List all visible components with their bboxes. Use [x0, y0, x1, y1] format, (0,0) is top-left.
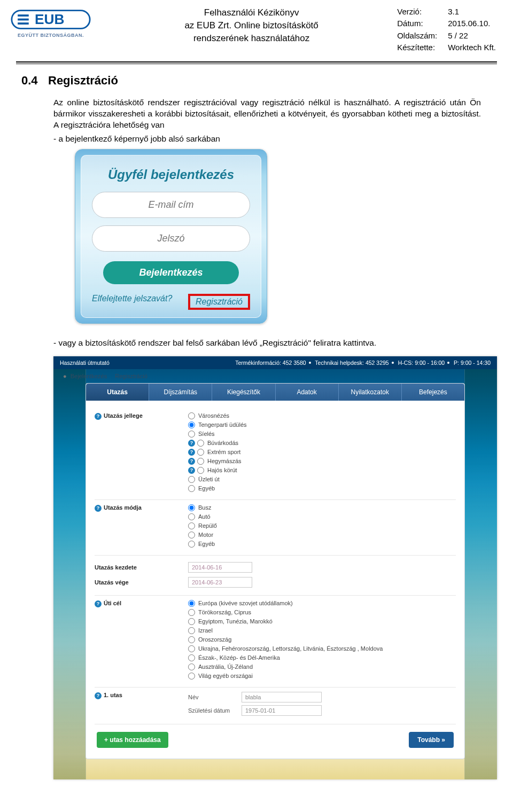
option-mod-0[interactable]: Busz	[188, 504, 456, 511]
tab-nyilatkozatok[interactable]: Nyilatkozatok	[339, 384, 402, 401]
option-uticel-2[interactable]: Egyiptom, Tunézia, Marokkó	[188, 618, 456, 625]
help-icon[interactable]: ?	[95, 413, 102, 420]
group-dates: Utazás kezdete 2014-06-16 Utazás vége 20…	[95, 556, 456, 596]
option-mod-1[interactable]: Autó	[188, 513, 456, 520]
option-jelleg-7[interactable]: Üzleti út	[188, 476, 456, 483]
tab-kiegészítők[interactable]: Kiegészítők	[212, 384, 275, 401]
option-jelleg-5[interactable]: ?Hegymászás	[188, 458, 456, 465]
help-icon[interactable]: ?	[95, 692, 102, 699]
eub-logo-icon: EUB	[11, 7, 91, 32]
radio-jelleg-3[interactable]	[197, 440, 204, 447]
login-button[interactable]: Bejelentkezés	[103, 261, 239, 284]
option-uticel-1[interactable]: Törökország, Ciprus	[188, 609, 456, 616]
radio-jelleg-8[interactable]	[188, 485, 195, 492]
date-start-input[interactable]: 2014-06-16	[188, 562, 252, 573]
radio-uticel-7[interactable]	[188, 663, 195, 670]
option-uticel-8[interactable]: Világ egyéb országai	[188, 673, 456, 680]
radio-uticel-4[interactable]	[188, 636, 195, 643]
doc-title: Felhasználói Kézikönyv az EUB Zrt. Onlin…	[107, 5, 396, 44]
radio-jelleg-2[interactable]	[188, 431, 195, 438]
doc-header: EUB EGYÜTT BIZTONSÁGBAN. Felhasználói Ké…	[0, 0, 513, 58]
option-uticel-5[interactable]: Ukrajna, Fehéroroszország, Lettország, L…	[188, 645, 456, 652]
radio-uticel-5[interactable]	[188, 645, 195, 652]
group-utas-1: ?1. utas Név blabla Születési dátum 1975…	[95, 688, 456, 724]
auth-register-link[interactable]: Regisztráció	[115, 373, 147, 379]
password-field[interactable]	[92, 225, 250, 252]
radio-uticel-2[interactable]	[188, 618, 195, 625]
option-uticel-7[interactable]: Ausztrália, Új-Zéland	[188, 663, 456, 670]
option-jelleg-2[interactable]: Síelés	[188, 431, 456, 438]
form-panel: UtazásDíjszámításKiegészítőkAdatokNyilat…	[86, 383, 465, 759]
option-jelleg-6[interactable]: ?Hajós körút	[188, 467, 456, 474]
tab-befejezés[interactable]: Befejezés	[402, 384, 464, 401]
radio-jelleg-4[interactable]	[197, 449, 204, 456]
tab-díjszámítás[interactable]: Díjszámítás	[149, 384, 212, 401]
radio-uticel-3[interactable]	[188, 627, 195, 634]
tab-adatok[interactable]: Adatok	[276, 384, 339, 401]
add-traveler-button[interactable]: + utas hozzáadása	[97, 732, 168, 748]
radio-uticel-0[interactable]	[188, 600, 195, 607]
svg-rect-3	[18, 22, 29, 25]
help-icon[interactable]: ?	[188, 467, 195, 474]
meta-table: Verzió:3.1 Dátum:2015.06.10. Oldalszám:5…	[396, 5, 497, 54]
option-mod-3[interactable]: Motor	[188, 532, 456, 538]
date-end-input[interactable]: 2014-06-23	[188, 577, 252, 588]
auth-login-link[interactable]: Bejelentkezés	[71, 373, 107, 379]
option-uticel-6[interactable]: Észak-, Közép- és Dél-Amerika	[188, 654, 456, 661]
section-heading: 0.4Regisztráció	[21, 74, 481, 88]
radio-uticel-8[interactable]	[188, 673, 195, 680]
option-jelleg-1[interactable]: Tengerparti üdülés	[188, 421, 456, 428]
paragraph-2: - vagy a biztosításkötő rendszer bal fel…	[53, 338, 481, 349]
radio-mod-2[interactable]	[188, 522, 195, 529]
help-icon[interactable]: ?	[95, 600, 102, 607]
help-icon[interactable]: ?	[188, 458, 195, 465]
svg-rect-1	[18, 14, 29, 17]
option-uticel-3[interactable]: Izrael	[188, 627, 456, 634]
radio-mod-1[interactable]	[188, 513, 195, 520]
traveler-name-input[interactable]: blabla	[242, 692, 322, 702]
logo: EUB EGYÜTT BIZTONSÁGBAN.	[11, 7, 91, 38]
option-uticel-0[interactable]: Európa (kivéve szovjet utódállamok)	[188, 600, 456, 607]
next-button[interactable]: Tovább »	[409, 732, 454, 748]
radio-jelleg-1[interactable]	[188, 421, 195, 428]
radio-jelleg-0[interactable]	[188, 412, 195, 419]
radio-jelleg-6[interactable]	[197, 467, 204, 474]
radio-mod-4[interactable]	[188, 541, 195, 548]
email-field[interactable]	[92, 192, 250, 218]
traveler-dob-input[interactable]: 1975-01-01	[242, 705, 322, 716]
topbar-info: Termékinformáció: 452 3580 Technikai hel…	[235, 360, 491, 366]
group-utazas-modja: ?Utazás módja BuszAutóRepülőMotorEgyéb	[95, 500, 456, 556]
option-jelleg-0[interactable]: Városnézés	[188, 412, 456, 419]
svg-text:EUB: EUB	[35, 11, 64, 27]
help-icon[interactable]: ?	[95, 505, 102, 512]
register-link-highlighted[interactable]: Regisztráció	[196, 297, 243, 306]
radio-mod-3[interactable]	[188, 532, 195, 538]
logo-tagline: EGYÜTT BIZTONSÁGBAN.	[11, 33, 91, 38]
option-uticel-4[interactable]: Oroszország	[188, 636, 456, 643]
login-card: Ügyfél bejelentkezés Bejelentkezés Elfel…	[75, 149, 267, 324]
topbar: Használati útmutató Termékinformáció: 45…	[53, 356, 497, 369]
topbar-guide-link[interactable]: Használati útmutató	[60, 360, 110, 366]
group-utazas-jellege: ?Utazás jellege VárosnézésTengerparti üd…	[95, 408, 456, 500]
option-mod-4[interactable]: Egyéb	[188, 541, 456, 548]
group-uticel: ?Úti cél Európa (kivéve szovjet utódálla…	[95, 596, 456, 688]
option-mod-2[interactable]: Repülő	[188, 522, 456, 529]
option-jelleg-3[interactable]: ?Búvárkodás	[188, 440, 456, 447]
radio-uticel-1[interactable]	[188, 609, 195, 616]
header-rule	[16, 61, 497, 63]
option-jelleg-4[interactable]: ?Extrém sport	[188, 449, 456, 456]
intro-paragraph: Az online biztosításkötő rendszer regisz…	[53, 97, 481, 131]
help-icon[interactable]: ?	[188, 440, 195, 447]
radio-jelleg-7[interactable]	[188, 476, 195, 483]
radio-mod-0[interactable]	[188, 504, 195, 511]
auth-row: ● Bejelentkezés Regisztráció	[53, 369, 497, 381]
login-title: Ügyfél bejelentkezés	[92, 167, 250, 182]
option-jelleg-8[interactable]: Egyéb	[188, 485, 456, 492]
help-icon[interactable]: ?	[188, 449, 195, 456]
radio-uticel-6[interactable]	[188, 654, 195, 661]
tabs: UtazásDíjszámításKiegészítőkAdatokNyilat…	[86, 384, 464, 401]
bullet-1: - a bejelentkező képernyő jobb alsó sark…	[53, 134, 481, 144]
tab-utazás[interactable]: Utazás	[86, 384, 149, 401]
radio-jelleg-5[interactable]	[197, 458, 204, 465]
forgot-password-link[interactable]: Elfelejtette jelszavát?	[92, 294, 172, 310]
